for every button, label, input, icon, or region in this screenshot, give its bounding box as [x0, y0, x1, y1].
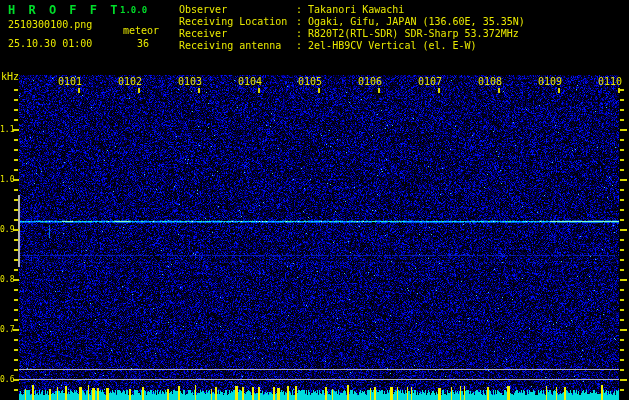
date-time: 25.10.30 01:00	[8, 38, 92, 49]
x-axis-tick-label: 0102	[117, 76, 143, 87]
x-axis-tick-label: 0107	[417, 76, 443, 87]
info-row: Observer: Takanori Kawachi	[179, 4, 525, 16]
output-filename: 2510300100.png	[8, 19, 92, 30]
info-value: 2el-HB9CV Vertical (el. E-W)	[308, 40, 477, 51]
x-axis-tick-label: 0109	[537, 76, 563, 87]
y-axis-tick-label: 1.1	[0, 125, 13, 134]
info-value: Takanori Kawachi	[308, 4, 404, 15]
info-label: Receiver	[179, 28, 296, 40]
x-axis-tick-label: 0108	[477, 76, 503, 87]
info-value: R820T2(RTL-SDR) SDR-Sharp 53.372MHz	[308, 28, 519, 39]
x-axis-tick-label: 0101	[57, 76, 83, 87]
text-overlay: H R O F F T 1.0.0 2510300100.png meteor …	[0, 0, 629, 400]
x-axis-tick-label: 0104	[237, 76, 263, 87]
info-row: Receiving Location: Ogaki, Gifu, JAPAN (…	[179, 16, 525, 28]
x-axis-tick-label: 0103	[177, 76, 203, 87]
y-axis-tick-label: 0.7	[0, 325, 13, 334]
y-axis-tick-label: 0.8	[0, 275, 13, 284]
x-axis-tick-label: 0110	[597, 76, 623, 87]
station-info-block: Observer: Takanori KawachiReceiving Loca…	[179, 4, 525, 52]
echo-count: 36	[137, 38, 149, 49]
x-axis-tick-label: 0105	[297, 76, 323, 87]
y-axis-unit-label: kHz	[1, 71, 19, 82]
info-row: Receiving antenna: 2el-HB9CV Vertical (e…	[179, 40, 525, 52]
y-axis-tick-label: 1.0	[0, 175, 13, 184]
info-label: Observer	[179, 4, 296, 16]
app-version: 1.0.0	[120, 5, 147, 15]
y-axis-tick-label: 0.9	[0, 225, 13, 234]
info-label: Receiving Location	[179, 16, 296, 28]
app-title: H R O F F T	[8, 3, 120, 17]
mode-label: meteor	[123, 25, 159, 36]
hrofft-output-window: H R O F F T 1.0.0 2510300100.png meteor …	[0, 0, 629, 400]
info-label: Receiving antenna	[179, 40, 296, 52]
y-axis-tick-label: 0.6	[0, 375, 13, 384]
info-value: Ogaki, Gifu, JAPAN (136.60E, 35.35N)	[308, 16, 525, 27]
info-row: Receiver: R820T2(RTL-SDR) SDR-Sharp 53.3…	[179, 28, 525, 40]
x-axis-tick-label: 0106	[357, 76, 383, 87]
